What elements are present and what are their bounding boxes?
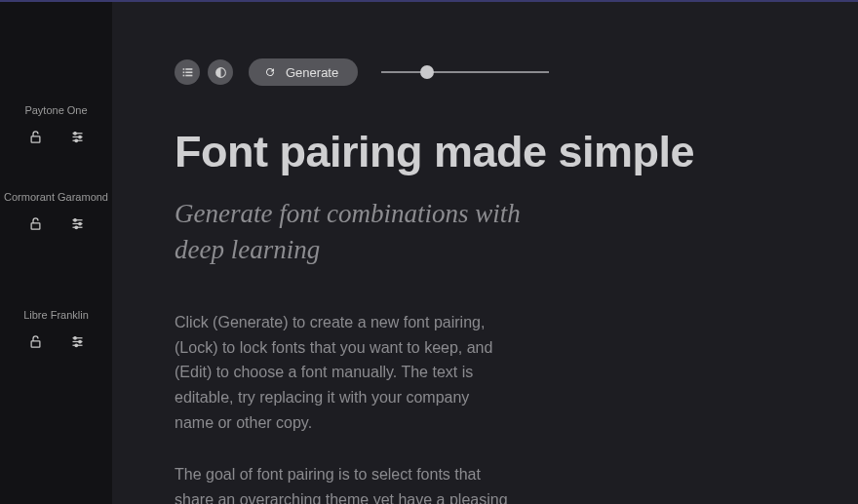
svg-point-4 (73, 133, 76, 136)
svg-point-13 (75, 226, 78, 229)
sidebar: Paytone One Cormorant Garamond Libre Fra… (0, 2, 112, 504)
svg-point-18 (73, 337, 76, 340)
svg-rect-24 (185, 71, 192, 73)
slider-thumb[interactable] (420, 65, 434, 79)
svg-rect-21 (182, 68, 184, 70)
svg-point-12 (78, 222, 81, 225)
svg-rect-0 (31, 136, 40, 142)
lock-icon[interactable] (28, 130, 43, 144)
font-block-paytone: Paytone One (0, 104, 112, 144)
svg-rect-25 (182, 74, 184, 76)
svg-rect-14 (31, 341, 40, 347)
generate-button[interactable]: Generate (249, 58, 358, 86)
body-paragraph-2[interactable]: The goal of font pairing is to select fo… (175, 462, 511, 504)
edit-icon[interactable] (70, 130, 85, 144)
font-controls (0, 216, 112, 231)
headline[interactable]: Font pairing made simple (175, 129, 858, 174)
contrast-button[interactable] (208, 59, 233, 85)
font-controls (0, 334, 112, 349)
subheadline[interactable]: Generate font combinations with deep lea… (175, 196, 565, 267)
refresh-icon (264, 66, 276, 78)
generate-label: Generate (286, 65, 338, 80)
svg-rect-22 (185, 68, 192, 70)
edit-icon[interactable] (70, 216, 85, 231)
svg-rect-23 (182, 71, 184, 73)
svg-point-11 (73, 219, 76, 222)
font-controls (0, 130, 112, 144)
font-name-label: Libre Franklin (0, 309, 112, 321)
slider-track (381, 71, 549, 73)
main: Generate Font pairing made simple Genera… (112, 2, 858, 504)
lock-icon[interactable] (28, 216, 43, 231)
svg-point-19 (78, 340, 81, 343)
size-slider[interactable] (381, 71, 549, 73)
svg-point-20 (75, 344, 78, 347)
svg-rect-7 (31, 223, 40, 229)
font-name-label: Cormorant Garamond (0, 191, 112, 203)
edit-icon[interactable] (70, 334, 85, 349)
font-name-label: Paytone One (0, 104, 112, 116)
svg-point-5 (78, 136, 81, 138)
svg-point-6 (75, 139, 78, 142)
body-paragraph-1[interactable]: Click (Generate) to create a new font pa… (175, 310, 511, 435)
lock-icon[interactable] (28, 334, 43, 349)
list-view-button[interactable] (175, 59, 200, 85)
toolbar: Generate (175, 58, 858, 86)
font-block-cormorant: Cormorant Garamond (0, 191, 112, 231)
svg-rect-26 (185, 74, 192, 76)
font-block-libre: Libre Franklin (0, 309, 112, 349)
